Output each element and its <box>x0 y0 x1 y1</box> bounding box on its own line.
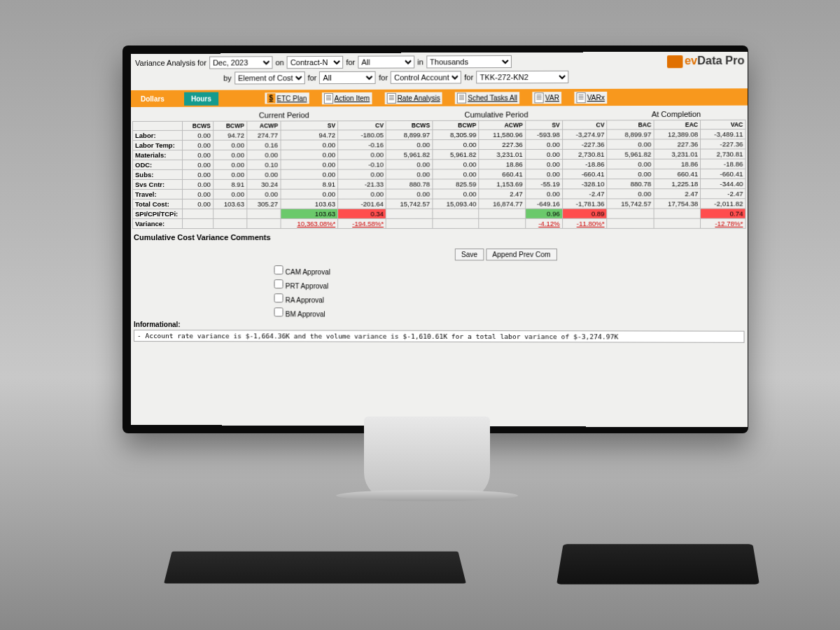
label-for-3: for <box>379 74 388 82</box>
tab-dollars[interactable]: Dollars <box>134 92 172 105</box>
app-screen: Variance Analysis for Dec, 2023 on Contr… <box>131 52 748 428</box>
section-completion: At Completion <box>607 107 746 120</box>
scope2-select[interactable]: All <box>319 71 376 84</box>
comments-title: Cumulative Cost Variance Comments <box>131 229 748 246</box>
logo-icon <box>667 55 682 68</box>
label-variance-for: Variance Analysis for <box>135 59 206 67</box>
document-icon <box>324 93 333 104</box>
bm-approval-checkbox[interactable] <box>274 307 283 316</box>
section-cumulative: Cumulative Period <box>386 107 608 120</box>
var-link[interactable]: VAR <box>532 92 561 104</box>
ra-approval-checkbox[interactable] <box>274 293 283 302</box>
label-for-1: for <box>346 58 355 66</box>
document-icon <box>386 92 396 103</box>
keyboard <box>164 552 466 584</box>
label-for-4: for <box>464 73 473 81</box>
document-icon <box>576 92 585 103</box>
element-select[interactable]: Element of Cost <box>234 71 305 84</box>
varx-link[interactable]: VARx <box>574 91 607 103</box>
drawing-tablet <box>556 544 760 584</box>
table-row: Travel:0.000.000.000.000.000.000.002.470… <box>132 189 746 200</box>
table-row: Subs:0.000.000.000.000.000.000.00660.410… <box>132 169 746 179</box>
tab-hours[interactable]: Hours <box>184 92 218 105</box>
document-icon <box>457 92 466 103</box>
save-button[interactable]: Save <box>455 248 484 260</box>
rate-analysis-link[interactable]: Rate Analysis <box>384 92 442 104</box>
dollar-icon: $ <box>267 93 275 103</box>
informational-label: Informational: <box>131 319 748 331</box>
section-current: Current Period <box>183 108 386 121</box>
account-select[interactable]: TKK-272-KN2 <box>476 71 568 84</box>
table-row: Svs Cntr:0.008.9130.248.91-21.33880.7882… <box>132 178 746 189</box>
cam-approval-checkbox[interactable] <box>274 265 283 274</box>
label-on: on <box>275 58 284 66</box>
approvals: CAM Approval PRT Approval RA Approval BM… <box>271 263 747 320</box>
action-item-link[interactable]: Action Item <box>322 92 372 104</box>
filter-bar: Variance Analysis for Dec, 2023 on Contr… <box>131 52 748 88</box>
units-select[interactable]: Thousands <box>426 55 512 69</box>
spi-row: SPI/CPI/TCPi: 103.630.34 0.960.89 0.74 <box>132 209 746 219</box>
sched-tasks-link[interactable]: Sched Tasks All <box>455 92 519 104</box>
label-by: by <box>223 74 232 83</box>
scope1-select[interactable]: All <box>358 55 414 68</box>
table-row: Total Cost:0.00103.63305.27103.63-201.64… <box>132 199 746 209</box>
document-icon <box>535 92 544 103</box>
table-row: Materials:0.000.000.000.000.005,961.825,… <box>132 149 746 160</box>
variance-row: Variance: 10,363.08%*-194.58%* -4.12%-11… <box>132 218 746 228</box>
variance-table: Current Period Cumulative Period At Comp… <box>132 107 746 229</box>
informational-text: - Account rate variance is $-1,664.36K a… <box>134 330 745 343</box>
contract-select[interactable]: Contract-N <box>287 56 344 69</box>
label-for-2: for <box>307 74 316 82</box>
table-row: Labor Temp:0.000.000.160.00-0.160.000.00… <box>132 139 746 150</box>
toolbar: Dollars Hours $ETC Plan Action Item Rate… <box>131 88 748 107</box>
level-select[interactable]: Control Account <box>391 71 461 83</box>
prt-approval-checkbox[interactable] <box>274 279 283 288</box>
period-select[interactable]: Dec, 2023 <box>209 56 272 69</box>
label-in: in <box>417 57 424 66</box>
app-logo: evData Pro <box>667 55 744 68</box>
etc-plan-link[interactable]: $ETC Plan <box>265 92 309 104</box>
append-prev-button[interactable]: Append Prev Com <box>486 248 556 260</box>
table-row: ODC:0.000.000.100.00-0.100.000.0018.860.… <box>132 159 746 169</box>
